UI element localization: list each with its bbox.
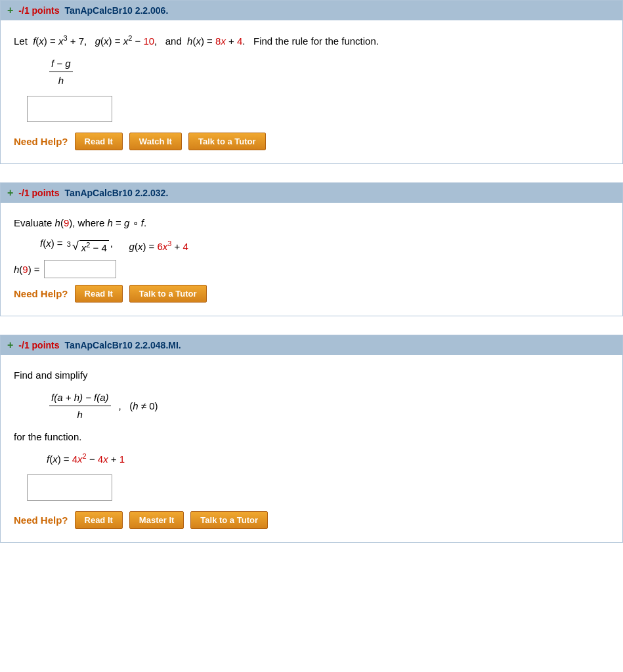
problem-3-question: Find and simplify f(a + h) − f(a) h , (h… <box>14 367 609 468</box>
fraction-fg-h: f − g h <box>49 55 73 89</box>
math-gx: g(x) = x2 − 10, <box>95 35 158 47</box>
points-1: -/1 points <box>18 5 59 16</box>
answer-input-3[interactable] <box>27 474 112 501</box>
problem-2-body: Evaluate h(9), where h = g ∘ f. f(x) = 3… <box>1 203 622 316</box>
answer-input-1[interactable] <box>27 96 112 122</box>
need-help-row-3: Need Help? Read It Master It Talk to a T… <box>14 511 609 529</box>
problem-2-math: f(x) = 3 √ x2 − 4 , g(x) = 6x3 + 4 <box>40 238 609 253</box>
problem-2-question: Evaluate h(9), where h = g ∘ f. <box>14 215 609 232</box>
watch-it-btn-1[interactable]: Watch It <box>129 133 182 150</box>
expand-icon-1[interactable]: + <box>7 5 13 16</box>
problem-id-3: TanApCalcBr10 2.2.048.MI. <box>65 340 181 350</box>
problem-1-question: Let f(x) = x3 + 7, g(x) = x2 − 10, and h… <box>14 32 609 89</box>
problem-2: + -/1 points TanApCalcBr10 2.2.032. Eval… <box>0 182 623 317</box>
master-it-btn-3[interactable]: Master It <box>129 511 184 529</box>
problem-2-header: + -/1 points TanApCalcBr10 2.2.032. <box>1 183 622 203</box>
difference-quotient: f(a + h) − f(a) h <box>49 389 111 423</box>
problem-1-header: + -/1 points TanApCalcBr10 2.2.006. <box>1 1 622 20</box>
cube-root-expr: 3 √ x2 − 4 <box>67 240 109 253</box>
problem-id-1: TanApCalcBr10 2.2.006. <box>65 5 169 16</box>
need-help-row-2: Need Help? Read It Talk to a Tutor <box>14 285 609 303</box>
fx-def: f(x) = 3 √ x2 − 4 , <box>40 238 113 253</box>
read-it-btn-1[interactable]: Read It <box>75 133 123 150</box>
need-help-label-1: Need Help? <box>14 136 68 147</box>
need-help-label-2: Need Help? <box>14 288 68 299</box>
h9-label: h(9) = <box>14 264 40 275</box>
constraint: , (h ≠ 0) <box>119 398 158 415</box>
problem-id-2: TanApCalcBr10 2.2.032. <box>65 188 169 198</box>
h9-row: h(9) = <box>14 260 609 278</box>
expand-icon-3[interactable]: + <box>7 339 13 351</box>
answer-input-2[interactable] <box>44 260 116 278</box>
problem-3-header: + -/1 points TanApCalcBr10 2.2.048.MI. <box>1 335 622 355</box>
problem-3-body: Find and simplify f(a + h) − f(a) h , (h… <box>1 355 622 542</box>
problem-1-body: Let f(x) = x3 + 7, g(x) = x2 − 10, and h… <box>1 20 622 163</box>
points-3: -/1 points <box>18 340 59 350</box>
tutor-btn-1[interactable]: Talk to a Tutor <box>188 133 266 150</box>
tutor-btn-2[interactable]: Talk to a Tutor <box>129 285 207 303</box>
expand-icon-2[interactable]: + <box>7 187 13 199</box>
problem-3: + -/1 points TanApCalcBr10 2.2.048.MI. F… <box>0 335 623 543</box>
points-2: -/1 points <box>18 188 59 198</box>
math-fx: f(x) = x3 + 7, <box>33 35 87 47</box>
gx-def: g(x) = 6x3 + 4 <box>129 240 188 252</box>
tutor-btn-3[interactable]: Talk to a Tutor <box>190 511 268 529</box>
math-hx: h(x) = 8x + 4. <box>187 35 245 47</box>
read-it-btn-3[interactable]: Read It <box>75 511 123 529</box>
need-help-row-1: Need Help? Read It Watch It Talk to a Tu… <box>14 133 609 150</box>
need-help-label-3: Need Help? <box>14 514 68 526</box>
fx-def-3: f(x) = 4x2 − 4x + 1 <box>47 453 125 465</box>
problem-1: + -/1 points TanApCalcBr10 2.2.006. Let … <box>0 0 623 164</box>
read-it-btn-2[interactable]: Read It <box>75 285 123 303</box>
